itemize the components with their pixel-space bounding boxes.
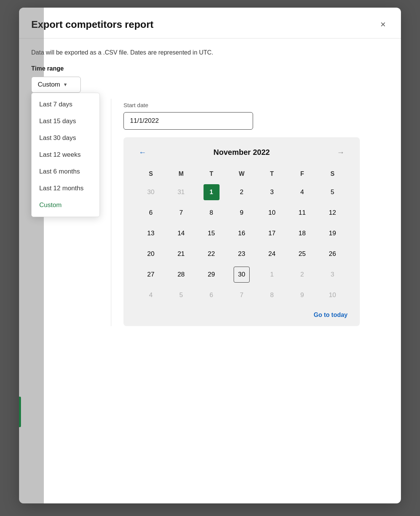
table-row[interactable]: 5 (317, 182, 348, 203)
start-date-label: Start date (123, 102, 389, 108)
table-row[interactable]: 6 (196, 285, 226, 305)
dropdown-item-last12weeks[interactable]: Last 12 weeks (32, 146, 99, 163)
dropdown-menu: Last 7 days Last 15 days Last 30 days La… (31, 93, 100, 217)
table-row[interactable]: 16 (226, 223, 256, 244)
table-row[interactable]: 28 (166, 264, 196, 285)
calendar-grid: S M T W T F S 30311234567891011121314151… (136, 167, 348, 305)
dropdown-selected-value: Custom (38, 81, 60, 88)
next-month-button[interactable]: → (334, 146, 348, 158)
day-header-mon: M (166, 167, 196, 182)
prev-month-button[interactable]: ← (136, 146, 149, 158)
table-row[interactable]: 13 (136, 223, 166, 244)
table-row[interactable]: 7 (226, 285, 256, 305)
day-header-tue: T (196, 167, 226, 182)
table-row[interactable]: 11 (287, 203, 317, 223)
start-date-input[interactable] (123, 112, 253, 130)
dropdown-item-custom[interactable]: Custom (32, 197, 99, 214)
table-row[interactable]: 24 (257, 244, 287, 264)
table-row[interactable]: 27 (136, 264, 166, 285)
table-row[interactable]: 1 (257, 264, 287, 285)
dropdown-item-last15[interactable]: Last 15 days (32, 113, 99, 130)
table-row[interactable]: 23 (226, 244, 256, 264)
table-row[interactable]: 9 (287, 285, 317, 305)
table-row[interactable]: 2 (226, 182, 256, 203)
info-text: Data will be exported as a .CSV file. Da… (31, 49, 389, 56)
table-row[interactable]: 7 (166, 203, 196, 223)
table-row[interactable]: 18 (287, 223, 317, 244)
table-row[interactable]: 25 (287, 244, 317, 264)
time-range-dropdown-wrapper: Custom ▼ Last 7 days Last 15 days Last 3… (31, 77, 81, 93)
go-to-today-button[interactable]: Go to today (314, 312, 348, 318)
time-range-label: Time range (31, 65, 389, 72)
dropdown-item-last30[interactable]: Last 30 days (32, 130, 99, 146)
day-header-thu: T (257, 167, 287, 182)
table-row[interactable]: 19 (317, 223, 348, 244)
modal-title: Export competitors report (31, 19, 154, 31)
table-row[interactable]: 10 (317, 285, 348, 305)
table-row[interactable]: 2 (287, 264, 317, 285)
chevron-down-icon: ▼ (63, 82, 68, 87)
calendar-container: ← November 2022 → S M T W T F (123, 137, 360, 326)
calendar-header: ← November 2022 → (136, 146, 348, 158)
table-row[interactable]: 17 (257, 223, 287, 244)
table-row[interactable]: 31 (166, 182, 196, 203)
close-button[interactable]: × (377, 18, 389, 31)
modal-body: Data will be exported as a .CSV file. Da… (19, 39, 401, 337)
table-row[interactable]: 30 (136, 182, 166, 203)
table-row[interactable]: 21 (166, 244, 196, 264)
table-row[interactable]: 8 (257, 285, 287, 305)
table-row[interactable]: 1 (196, 182, 226, 203)
table-row[interactable]: 15 (196, 223, 226, 244)
table-row[interactable]: 6 (136, 203, 166, 223)
table-row[interactable]: 14 (166, 223, 196, 244)
table-row[interactable]: 3 (257, 182, 287, 203)
table-row[interactable]: 29 (196, 264, 226, 285)
table-row[interactable]: 30 (226, 264, 256, 285)
go-to-today-container: Go to today (136, 312, 348, 318)
time-range-dropdown-button[interactable]: Custom ▼ (31, 77, 81, 93)
day-header-sat: S (317, 167, 348, 182)
table-row[interactable]: 10 (257, 203, 287, 223)
green-bar (19, 397, 21, 427)
day-header-wed: W (226, 167, 256, 182)
table-row[interactable]: 20 (136, 244, 166, 264)
table-row[interactable]: 3 (317, 264, 348, 285)
table-row[interactable]: 22 (196, 244, 226, 264)
table-row[interactable]: 8 (196, 203, 226, 223)
day-header-fri: F (287, 167, 317, 182)
table-row[interactable]: 9 (226, 203, 256, 223)
table-row[interactable]: 4 (287, 182, 317, 203)
modal: Export competitors report × Data will be… (19, 8, 401, 503)
table-row[interactable]: 5 (166, 285, 196, 305)
table-row[interactable]: 12 (317, 203, 348, 223)
right-panel: Start date ← November 2022 → S M (111, 99, 389, 326)
table-row[interactable]: 4 (136, 285, 166, 305)
day-header-sun: S (136, 167, 166, 182)
dropdown-item-last6months[interactable]: Last 6 months (32, 163, 99, 180)
modal-header: Export competitors report × (19, 8, 401, 39)
calendar-month-title: November 2022 (213, 148, 270, 157)
dropdown-item-last12months[interactable]: Last 12 months (32, 180, 99, 197)
dropdown-item-last7[interactable]: Last 7 days (32, 96, 99, 113)
table-row[interactable]: 26 (317, 244, 348, 264)
